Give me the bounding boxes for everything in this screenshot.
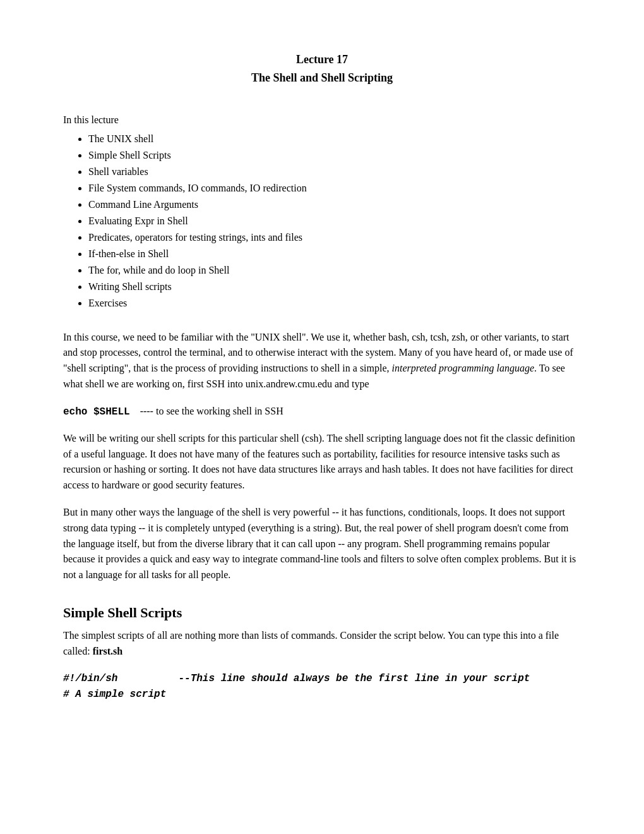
list-item: File System commands, IO commands, IO re…: [88, 181, 581, 196]
code-comment1: --This line should always be the first l…: [178, 673, 530, 684]
lecture-number: Lecture 17: [63, 51, 581, 69]
list-item: Simple Shell Scripts: [88, 148, 581, 163]
list-item: Command Line Arguments: [88, 197, 581, 212]
code-shebang: #!/bin/sh: [63, 673, 117, 684]
section1-heading: Simple Shell Scripts: [63, 602, 581, 623]
lecture-title: The Shell and Shell Scripting: [63, 69, 581, 87]
page-title: Lecture 17 The Shell and Shell Scripting: [63, 51, 581, 87]
list-item: Evaluating Expr in Shell: [88, 214, 581, 229]
bullet-list: The UNIX shell Simple Shell Scripts Shel…: [88, 131, 581, 311]
in-this-lecture-label: In this lecture: [63, 112, 581, 128]
list-item: Writing Shell scripts: [88, 279, 581, 294]
intro-section: In this lecture The UNIX shell Simple Sh…: [63, 112, 581, 311]
echo-desc: ---- to see the working shell in SSH: [140, 406, 283, 416]
list-item: If-then-else in Shell: [88, 246, 581, 262]
page-container: Lecture 17 The Shell and Shell Scripting…: [63, 51, 581, 703]
list-item: Shell variables: [88, 164, 581, 179]
list-item: The UNIX shell: [88, 131, 581, 147]
list-item: Predicates, operators for testing string…: [88, 230, 581, 245]
section1-para1-bold: first.sh: [93, 646, 123, 656]
list-item: The for, while and do loop in Shell: [88, 263, 581, 278]
paragraph-1: In this course, we need to be familiar w…: [63, 330, 581, 392]
paragraph-3: But in many other ways the language of t…: [63, 505, 581, 583]
echo-command: echo $SHELL: [63, 406, 130, 418]
echo-line: echo $SHELL ---- to see the working shel…: [63, 404, 581, 420]
para1-italic: interpreted programming language: [392, 363, 534, 373]
section1-paragraph1: The simplest scripts of all are nothing …: [63, 628, 581, 660]
list-item: Exercises: [88, 296, 581, 311]
code-line-1: #!/bin/sh --This line should always be t…: [63, 671, 581, 687]
code-line-2: # A simple script: [63, 687, 581, 703]
code-block: #!/bin/sh --This line should always be t…: [63, 671, 581, 703]
paragraph-2: We will be writing our shell scripts for…: [63, 431, 581, 493]
section1-para1-text: The simplest scripts of all are nothing …: [63, 630, 559, 656]
